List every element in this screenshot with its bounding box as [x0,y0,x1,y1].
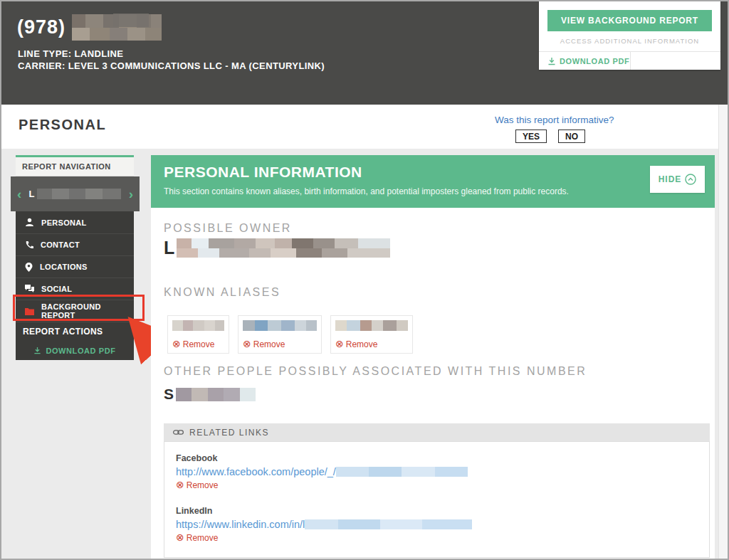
section-subtitle: This section contains known aliases, bir… [164,186,569,196]
hide-section-button[interactable]: HIDE [650,166,705,193]
header-action-panel: VIEW BACKGROUND REPORT ACCESS ADDITIONAL… [539,1,720,70]
other-people-label: OTHER PEOPLE POSSIBLY ASSOCIATED WITH TH… [164,365,587,378]
remove-icon [172,339,181,349]
feedback-question: Was this report informative? [495,115,614,125]
remove-icon [176,480,184,490]
feedback-buttons: YES NO [515,130,585,143]
redacted-carousel-name [37,189,121,199]
carousel-person-name: L [29,189,122,199]
related-links-label: RELATED LINKS [189,428,269,438]
remove-icon [176,532,184,543]
related-link-facebook: Facebook http://www.facebook.com/people/… [176,453,698,490]
personal-section: PERSONAL INFORMATION This section contai… [151,155,715,559]
view-background-report-button[interactable]: VIEW BACKGROUND REPORT [547,10,712,31]
remove-label: Remove [183,339,215,349]
related-links-header: RELATED LINKS [164,423,710,441]
owner-name-initial: L [164,238,174,258]
remove-alias-link[interactable]: Remove [172,339,224,349]
redacted-alias-name [243,320,317,331]
link-site-label: Facebook [176,453,698,463]
possible-owner-label: POSSIBLE OWNER [164,222,292,235]
scrollbar[interactable] [718,105,728,559]
page-title: PERSONAL [19,117,106,133]
section-title: PERSONAL INFORMATION [164,164,362,181]
personal-information-panel: POSSIBLE OWNER L KNOWN ALIASES Remove [151,208,715,559]
person-carousel: ‹ L › [11,176,140,211]
download-icon [33,347,41,354]
phone-icon [25,241,33,249]
url-text: http://www.facebook.com/people/_/ [176,466,336,477]
remove-link[interactable]: Remove [176,532,698,543]
related-link-linkedin: LinkedIn https://www.linkedin.com/in/l R… [176,506,698,543]
report-page: (978) LINE TYPE: LANDLINE CARRIER: LEVEL… [0,0,729,560]
redacted-phone-number-tail [113,14,149,27]
feedback-yes-button[interactable]: YES [515,130,547,143]
sidebar-item-social[interactable]: SOCIAL [16,278,134,300]
remove-label: Remove [187,480,219,490]
download-pdf-link[interactable]: DOWNLOAD PDF [539,52,630,70]
access-additional-info-label: ACCESS ADDITIONAL INFORMATION [539,37,720,45]
alias-card: Remove [167,315,229,354]
person-icon [25,218,34,227]
sidebar-item-label: PERSONAL [41,218,87,227]
other-person-name: S [164,386,256,403]
remove-link[interactable]: Remove [176,480,698,490]
location-pin-icon [25,263,33,272]
other-person-initial: S [164,386,174,403]
carousel-name-initial: L [29,189,35,199]
redacted-owner-name [177,238,390,258]
link-site-label: LinkedIn [176,506,698,516]
remove-alias-link[interactable]: Remove [335,339,408,349]
sidebar-item-label: CONTACT [41,241,80,249]
hide-button-label: HIDE [659,174,682,184]
alias-card: Remove [238,315,322,354]
facebook-url-link[interactable]: http://www.facebook.com/people/_/ [176,466,698,477]
chevron-right-icon[interactable]: › [129,187,133,201]
download-icon [547,57,556,65]
url-text: https://www.linkedin.com/in/l [176,519,305,530]
redacted-alias-name [335,320,408,331]
chat-bubbles-icon [25,285,34,293]
sidebar-item-personal[interactable]: PERSONAL [16,211,134,233]
linkedin-url-link[interactable]: https://www.linkedin.com/in/l [176,519,698,530]
known-aliases-label: KNOWN ALIASES [164,286,280,299]
panel-footer: DOWNLOAD PDF [539,51,720,70]
collapse-chevron-icon [685,174,696,185]
phone-header: (978) LINE TYPE: LANDLINE CARRIER: LEVEL… [1,1,728,105]
related-links-panel: Facebook http://www.facebook.com/people/… [164,441,710,558]
remove-label: Remove [187,533,219,543]
chevron-left-icon[interactable]: ‹ [17,187,21,201]
sidebar-item-label: LOCATIONS [40,263,88,271]
carrier-label: CARRIER: LEVEL 3 COMMUNICATIONS LLC - MA… [18,60,325,71]
sidebar-item-contact[interactable]: CONTACT [16,233,134,255]
redacted-url-part [305,519,472,529]
alias-cards: Remove Remove Remove [167,315,413,354]
remove-icon [335,339,344,349]
redacted-other-person-name [176,388,256,401]
sidebar-item-label: SOCIAL [41,285,72,293]
personal-information-header: PERSONAL INFORMATION This section contai… [151,155,715,208]
download-pdf-label: DOWNLOAD PDF [560,57,629,65]
line-type-label: LINE TYPE: LANDLINE [18,48,123,59]
report-navigation-header: REPORT NAVIGATION [16,155,134,176]
remove-label: Remove [253,339,285,349]
content-area: REPORT NAVIGATION ‹ L › PERSONAL CONTACT [1,149,728,559]
remove-alias-link[interactable]: Remove [243,339,317,349]
alias-card: Remove [330,315,413,354]
feedback-no-button[interactable]: NO [558,130,585,143]
redacted-alias-name [172,320,224,331]
phone-area-code: (978) [17,16,65,38]
sidebar-item-locations[interactable]: LOCATIONS [16,255,134,278]
possible-owner-name: L [164,238,390,258]
section-title-bar: PERSONAL [1,105,728,149]
sidebar-nav: PERSONAL CONTACT LOCATIONS SOCIAL [16,211,134,322]
remove-label: Remove [346,339,378,349]
link-icon [173,429,184,435]
remove-icon [243,339,251,349]
redacted-url-part [336,467,468,477]
folder-icon [25,307,34,315]
panel-footer-spacer [630,52,721,70]
sidebar-download-pdf-label: DOWNLOAD PDF [46,347,115,355]
